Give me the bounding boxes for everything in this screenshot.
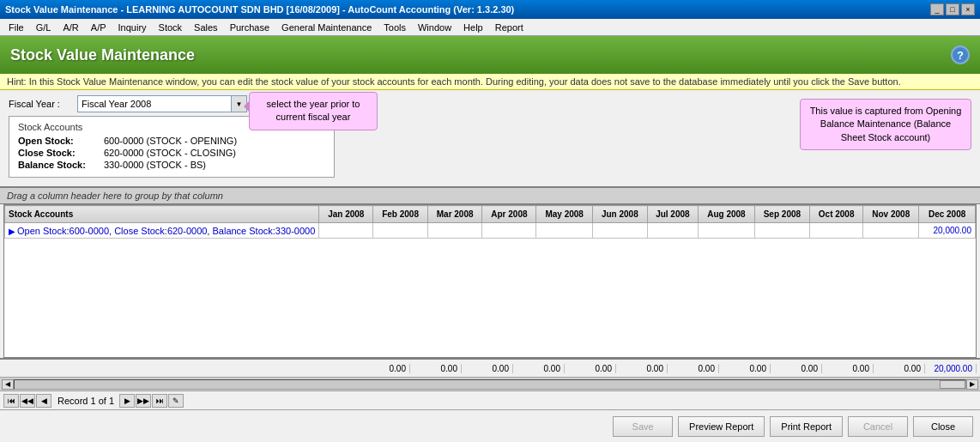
grid-value-cell[interactable] xyxy=(373,223,428,239)
fiscal-year-input-wrapper: ▼ xyxy=(77,95,247,112)
totals-bar: 0.000.000.000.000.000.000.000.000.000.00… xyxy=(0,358,980,377)
nav-first-btn[interactable]: ⏮ xyxy=(3,394,19,408)
close-button[interactable]: Close xyxy=(913,416,973,437)
help-button[interactable]: ? xyxy=(951,45,970,64)
tooltip-fiscal-year: select the year prior to current fiscal … xyxy=(249,92,378,130)
nav-next-btn[interactable]: ▶ xyxy=(119,394,135,408)
form-area: Fiscal Year : ▼ select the year prior to… xyxy=(0,90,980,186)
minimize-btn[interactable]: _ xyxy=(930,3,944,15)
grid-value-cell[interactable] xyxy=(810,223,863,239)
grid-col-header: Stock Accounts xyxy=(5,206,319,223)
grid-col-header: Nov 2008 xyxy=(863,206,919,223)
menu-item-g/l[interactable]: G/L xyxy=(31,21,57,33)
menu-item-stock[interactable]: Stock xyxy=(154,21,188,33)
fiscal-year-input[interactable] xyxy=(77,95,232,112)
print-report-button[interactable]: Print Report xyxy=(770,416,843,437)
grid-account-cell: ▶Open Stock:600-0000, Close Stock:620-00… xyxy=(5,223,319,239)
hint-text: Hint: In this Stock Value Maintenance wi… xyxy=(7,76,901,87)
header-bar: Stock Value Maintenance ? xyxy=(0,36,980,74)
scrollbar-track[interactable] xyxy=(14,379,966,390)
row-expand-arrow[interactable]: ▶ xyxy=(9,227,15,236)
menu-item-a/p[interactable]: A/P xyxy=(86,21,112,33)
total-cell: 0.00 xyxy=(462,364,513,373)
menu-item-report[interactable]: Report xyxy=(490,21,529,33)
menu-item-tools[interactable]: Tools xyxy=(378,21,411,33)
menu-item-help[interactable]: Help xyxy=(458,21,488,33)
bottom-buttons: Save Preview Report Print Report Cancel … xyxy=(0,409,980,442)
grid-drag-header: Drag a column header here to group by th… xyxy=(0,186,980,204)
totals-cells: 0.000.000.000.000.000.000.000.000.000.00… xyxy=(359,364,977,373)
stock-account-row: Balance Stock:330-0000 (STOCK - BS) xyxy=(18,160,325,170)
stock-account-row: Close Stock:620-0000 (STOCK - CLOSING) xyxy=(18,148,325,158)
nav-prev-fast-btn[interactable]: ◀◀ xyxy=(20,394,35,408)
stock-accounts-rows: Open Stock:600-0000 (STOCK - OPENING)Clo… xyxy=(18,136,325,170)
total-cell: 0.00 xyxy=(874,364,925,373)
grid-value-cell[interactable] xyxy=(699,223,755,239)
grid-col-header: Dec 2008 xyxy=(919,206,976,223)
grid-col-header: Apr 2008 xyxy=(482,206,536,223)
tooltip-balance-sheet: This value is captured from Opening Bala… xyxy=(800,99,971,150)
menu-item-inquiry[interactable]: Inquiry xyxy=(113,21,152,33)
stock-row-value: 600-0000 (STOCK - OPENING) xyxy=(104,136,237,146)
grid-value-cell[interactable] xyxy=(536,223,593,239)
stock-row-label: Balance Stock: xyxy=(18,160,104,170)
title-bar: Stock Value Maintenance - LEARNING AUTOC… xyxy=(0,0,980,19)
total-cell: 0.00 xyxy=(565,364,616,373)
horizontal-scrollbar[interactable]: ◀ ▶ xyxy=(0,377,980,391)
title-bar-controls: _ □ × xyxy=(930,3,975,15)
total-cell: 0.00 xyxy=(822,364,874,373)
grid-body: ▶Open Stock:600-0000, Close Stock:620-00… xyxy=(5,223,976,239)
grid-container[interactable]: Stock AccountsJan 2008Feb 2008Mar 2008Ap… xyxy=(3,204,977,358)
fiscal-year-label: Fiscal Year : xyxy=(9,99,77,109)
grid-value-cell[interactable]: 20,000.00 xyxy=(919,223,976,239)
total-cell: 0.00 xyxy=(359,364,410,373)
grid-value-cell[interactable] xyxy=(427,223,482,239)
grid-col-header: Jul 2008 xyxy=(647,206,699,223)
nav-next-fast-btn[interactable]: ▶▶ xyxy=(136,394,151,408)
scroll-right-btn[interactable]: ▶ xyxy=(966,379,978,390)
total-cell: 0.00 xyxy=(616,364,668,373)
menu-item-a/r[interactable]: A/R xyxy=(57,21,83,33)
total-cell: 0.00 xyxy=(719,364,771,373)
scrollbar-thumb[interactable] xyxy=(940,380,965,389)
menu-bar: FileG/LA/RA/PInquiryStockSalesPurchaseGe… xyxy=(0,19,980,36)
grid-value-cell[interactable] xyxy=(593,223,648,239)
menu-item-purchase[interactable]: Purchase xyxy=(225,21,275,33)
data-grid: Stock AccountsJan 2008Feb 2008Mar 2008Ap… xyxy=(4,205,976,239)
record-info: Record 1 of 1 xyxy=(57,396,114,406)
preview-report-button[interactable]: Preview Report xyxy=(678,416,765,437)
nav-last-btn[interactable]: ⏭ xyxy=(152,394,167,408)
stock-row-value: 330-0000 (STOCK - BS) xyxy=(104,160,206,170)
menu-item-file[interactable]: File xyxy=(3,21,29,33)
cancel-button[interactable]: Cancel xyxy=(848,416,908,437)
main-content: Stock Value Maintenance ? Hint: In this … xyxy=(0,36,980,442)
grid-value-cell[interactable] xyxy=(647,223,699,239)
grid-col-header: Sep 2008 xyxy=(754,206,809,223)
total-cell: 0.00 xyxy=(410,364,462,373)
grid-col-header: Aug 2008 xyxy=(699,206,755,223)
save-button[interactable]: Save xyxy=(613,416,673,437)
grid-col-header: Feb 2008 xyxy=(373,206,428,223)
nav-prev-btn[interactable]: ◀ xyxy=(36,394,51,408)
grid-col-header: Mar 2008 xyxy=(427,206,482,223)
grid-col-header: Oct 2008 xyxy=(810,206,863,223)
page-title: Stock Value Maintenance xyxy=(10,46,195,64)
grid-value-cell[interactable] xyxy=(319,223,373,239)
stock-account-row: Open Stock:600-0000 (STOCK - OPENING) xyxy=(18,136,325,146)
nav-edit-btn[interactable]: ✎ xyxy=(168,394,184,408)
navigation-bar: ⏮ ◀◀ ◀ Record 1 of 1 ▶ ▶▶ ⏭ ✎ xyxy=(0,391,980,409)
stock-row-value: 620-0000 (STOCK - CLOSING) xyxy=(104,148,236,158)
scroll-left-btn[interactable]: ◀ xyxy=(2,379,14,390)
maximize-btn[interactable]: □ xyxy=(946,3,959,15)
grid-value-cell[interactable] xyxy=(482,223,536,239)
table-row[interactable]: ▶Open Stock:600-0000, Close Stock:620-00… xyxy=(5,223,976,239)
menu-item-general-maintenance[interactable]: General Maintenance xyxy=(276,21,377,33)
total-cell: 0.00 xyxy=(668,364,719,373)
grid-header: Stock AccountsJan 2008Feb 2008Mar 2008Ap… xyxy=(5,206,976,223)
grid-col-header: May 2008 xyxy=(536,206,593,223)
grid-value-cell[interactable] xyxy=(863,223,919,239)
menu-item-sales[interactable]: Sales xyxy=(189,21,223,33)
close-window-btn[interactable]: × xyxy=(961,3,975,15)
grid-value-cell[interactable] xyxy=(754,223,809,239)
menu-item-window[interactable]: Window xyxy=(413,21,457,33)
